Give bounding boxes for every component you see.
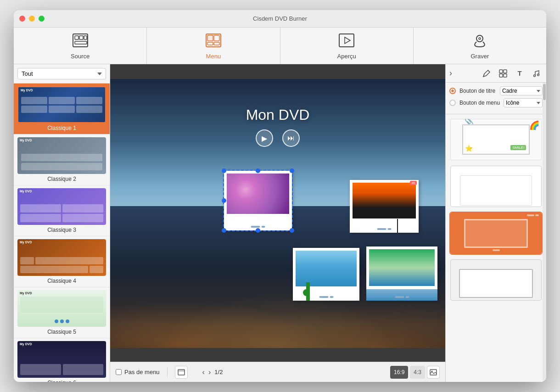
aspect-ratio-controls: 16:9 4:3 <box>390 366 440 379</box>
sidebar-item-classique2[interactable]: My DVD Classique 2 <box>14 134 110 185</box>
handle-bm <box>256 228 260 233</box>
handle-ml <box>222 198 226 203</box>
thumbnail-classique2: My DVD <box>17 137 106 174</box>
photo-frame-2[interactable]: 4K <box>350 180 419 233</box>
edit-icon <box>482 69 491 78</box>
template-4-thumb <box>450 259 542 301</box>
bouton-menu-select[interactable]: Icône Texte Cadre <box>504 98 543 107</box>
grid-icon <box>499 69 507 78</box>
play-icon: ▶ <box>262 134 267 143</box>
svg-rect-14 <box>178 370 185 375</box>
right-scrollbar[interactable] <box>543 83 546 382</box>
no-menu-check[interactable] <box>116 369 122 375</box>
svg-rect-9 <box>214 42 219 45</box>
handle-tm <box>256 168 260 173</box>
edit-tool-button[interactable] <box>480 67 493 80</box>
no-menu-checkbox[interactable]: Pas de menu <box>116 369 160 375</box>
template-4[interactable] <box>449 258 543 302</box>
bouton-titre-radio[interactable] <box>449 88 456 94</box>
right-panel-toolbar: › <box>446 64 546 83</box>
apercu-label: Aperçu <box>337 53 356 60</box>
canvas-size-button[interactable] <box>175 366 188 379</box>
play-button[interactable]: ▶ <box>256 129 273 147</box>
minimize-button[interactable] <box>29 16 35 22</box>
template-3[interactable] <box>449 212 543 255</box>
sidebar: Tout Classique Moderne My DVD Classique <box>14 64 110 382</box>
thumbnail-classique3: My DVD <box>17 188 106 225</box>
thumbnail-classique6: My DVD <box>17 341 106 378</box>
app-window: Cisdem DVD Burner Source <box>14 10 546 382</box>
panel-collapse-arrow[interactable]: › <box>449 68 452 78</box>
svg-rect-20 <box>499 74 503 77</box>
source-label: Source <box>71 53 90 60</box>
toolbar-item-apercu[interactable]: Aperçu <box>280 28 414 64</box>
menu-label: Menu <box>206 53 221 60</box>
toolbar-item-menu[interactable]: Menu <box>147 28 280 64</box>
music-tool-button[interactable] <box>530 67 543 80</box>
svg-point-13 <box>479 38 481 39</box>
pagination: ‹ › 1/2 <box>202 368 223 376</box>
photo-frame-3[interactable] <box>293 248 359 301</box>
bouton-menu-row: Bouton de menu Icône Texte Cadre <box>449 98 543 107</box>
sidebar-item-classique3[interactable]: My DVD Classique 3 <box>14 185 110 236</box>
smile-label: SMILE! <box>510 145 526 150</box>
next-page-button[interactable]: › <box>208 368 211 376</box>
template-4-inner <box>459 269 533 298</box>
no-menu-label: Pas de menu <box>124 369 160 375</box>
separator1 <box>167 368 168 377</box>
aspect-16-9-button[interactable]: 16:9 <box>390 366 408 379</box>
template-3-dots <box>527 214 539 216</box>
handle-bl <box>222 228 226 233</box>
maximize-button[interactable] <box>39 16 45 22</box>
svg-point-23 <box>538 74 539 76</box>
apercu-icon <box>338 32 355 51</box>
canvas-top-bar <box>110 64 445 79</box>
star-icon: ⭐ <box>465 145 473 152</box>
prev-page-button[interactable]: ‹ <box>202 368 205 376</box>
bouton-menu-label: Bouton de menu <box>459 100 500 106</box>
template-3-inner <box>464 219 528 248</box>
svg-rect-18 <box>499 70 503 73</box>
bouton-titre-label: Bouton de titre <box>459 88 496 94</box>
titlebar: Cisdem DVD Burner <box>14 10 546 28</box>
main-content: Tout Classique Moderne My DVD Classique <box>14 64 546 382</box>
grid-tool-button[interactable] <box>497 67 510 80</box>
svg-marker-11 <box>345 37 350 44</box>
text-tool-button[interactable]: T <box>513 67 526 80</box>
text-icon: T <box>517 69 521 77</box>
sidebar-item-classique4[interactable]: My DVD Classique 4 <box>14 236 110 287</box>
main-toolbar: Source Menu Aperçu <box>14 28 546 64</box>
photo-content-2 <box>353 183 416 218</box>
toolbar-item-graver[interactable]: Graver <box>414 28 546 64</box>
skip-button[interactable]: ⏭ <box>282 129 300 147</box>
filter-select[interactable]: Tout Classique Moderne <box>17 68 106 79</box>
sidebar-item-classique6[interactable]: My DVD Classique 6 <box>14 338 110 382</box>
toolbar-item-source[interactable]: Source <box>14 28 147 64</box>
svg-point-22 <box>534 75 536 77</box>
template-3-bottom-dots <box>493 249 500 251</box>
svg-rect-10 <box>339 34 354 47</box>
bouton-menu-radio[interactable] <box>449 100 456 106</box>
photo-frame-1[interactable] <box>224 171 292 230</box>
canvas-area: Mon DVD ▶ ⏭ <box>110 64 445 382</box>
sidebar-item-classique5[interactable]: My DVD Classique 5 <box>14 287 110 338</box>
source-icon <box>72 32 89 51</box>
handle-tl <box>222 168 226 173</box>
graver-icon <box>471 32 488 51</box>
canvas-icon <box>178 369 185 375</box>
canvas-viewport[interactable]: Mon DVD ▶ ⏭ <box>110 79 445 362</box>
svg-rect-4 <box>75 41 87 44</box>
photo-frame-4[interactable] <box>366 246 437 301</box>
background-image-button[interactable] <box>427 366 440 379</box>
aspect-4-3-button[interactable]: 4:3 <box>410 366 425 379</box>
template-1[interactable]: 📎 🌈 ⭐ SMILE! <box>449 118 543 161</box>
template-2[interactable] <box>449 165 543 208</box>
frame-templates: 📎 🌈 ⭐ SMILE! <box>446 114 546 382</box>
right-panel: › <box>445 64 546 382</box>
bouton-titre-select[interactable]: Cadre Icône Texte <box>500 86 543 95</box>
sidebar-item-classique1[interactable]: My DVD Classique 1 <box>14 84 110 134</box>
graver-label: Graver <box>471 53 489 60</box>
close-button[interactable] <box>19 16 25 22</box>
hd-badge: 4K <box>410 181 417 185</box>
template-3-thumb <box>450 213 542 254</box>
